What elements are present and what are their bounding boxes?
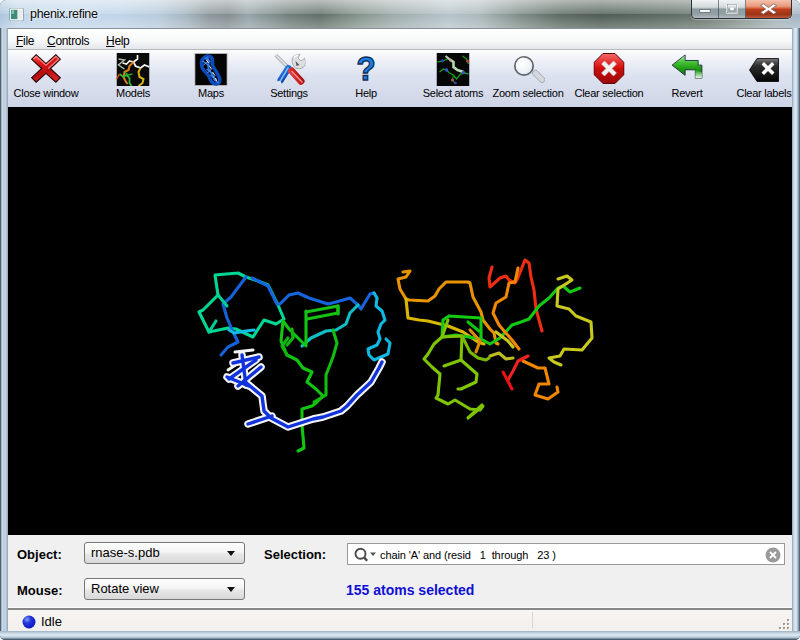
svg-text:?: ?	[356, 53, 375, 87]
